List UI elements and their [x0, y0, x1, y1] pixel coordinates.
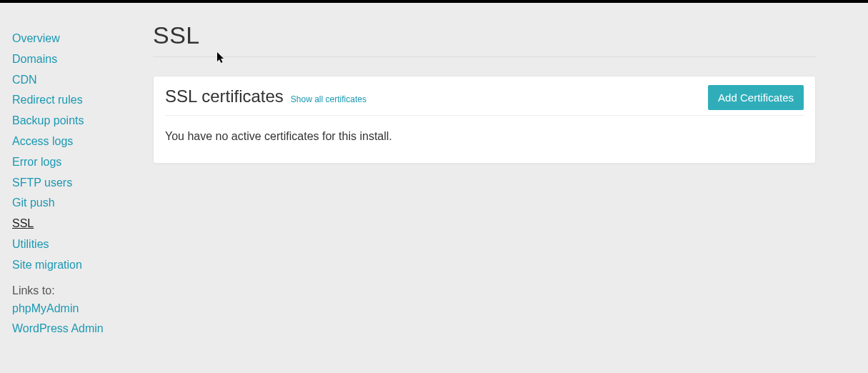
sidebar-item-overview[interactable]: Overview — [12, 30, 60, 48]
panel-title: SSL certificates — [165, 86, 284, 106]
title-divider — [153, 56, 816, 57]
sidebar-item-cdn[interactable]: CDN — [12, 71, 37, 89]
sidebar-item-access-logs[interactable]: Access logs — [12, 133, 73, 151]
main-content: SSL SSL certificates Show all certificat… — [143, 13, 843, 341]
add-certificates-button[interactable]: Add Certificates — [708, 85, 804, 110]
sidebar-item-ssl[interactable]: SSL — [12, 215, 34, 233]
sidebar-item-site-migration[interactable]: Site migration — [12, 257, 82, 274]
sidebar-list: Overview Domains CDN Redirect rules Back… — [12, 30, 143, 274]
external-links-list: phpMyAdmin WordPress Admin — [12, 300, 143, 339]
sidebar-item-git-push[interactable]: Git push — [12, 194, 55, 212]
empty-certificates-message: You have no active certificates for this… — [165, 130, 804, 143]
page-layout: Overview Domains CDN Redirect rules Back… — [0, 3, 868, 341]
sidebar-item-domains[interactable]: Domains — [12, 51, 57, 69]
sidebar-item-backup-points[interactable]: Backup points — [12, 112, 84, 130]
link-wordpress-admin[interactable]: WordPress Admin — [12, 320, 104, 338]
panel-header: SSL certificates Show all certificates A… — [165, 86, 804, 116]
links-header: Links to: — [12, 284, 143, 297]
sidebar-item-sftp-users[interactable]: SFTP users — [12, 174, 72, 192]
sidebar-item-error-logs[interactable]: Error logs — [12, 154, 61, 171]
page-title: SSL — [153, 21, 816, 49]
show-all-certificates-link[interactable]: Show all certificates — [291, 94, 366, 104]
link-phpmyadmin[interactable]: phpMyAdmin — [12, 300, 79, 318]
sidebar-item-redirect-rules[interactable]: Redirect rules — [12, 91, 83, 109]
sidebar-nav: Overview Domains CDN Redirect rules Back… — [0, 13, 143, 341]
sidebar-item-utilities[interactable]: Utilities — [12, 236, 49, 254]
ssl-certificates-panel: SSL certificates Show all certificates A… — [153, 76, 816, 164]
